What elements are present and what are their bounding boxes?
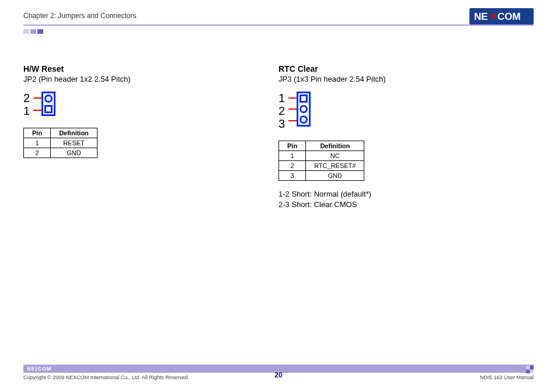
pin-label: 2 xyxy=(278,104,285,117)
pin-label: 2 xyxy=(23,92,30,104)
jp3-notes: 1-2 Short: Normal (default*) 2-3 Short: … xyxy=(278,189,534,210)
footer-decor xyxy=(526,366,534,373)
note-line: 2-3 Short: Clear CMOS xyxy=(278,200,534,210)
table-header: Pin xyxy=(279,141,306,151)
table-header: Definition xyxy=(306,141,364,151)
rtc-clear-title: RTC Clear xyxy=(278,64,534,74)
jp2-diagram: 2 1 xyxy=(23,92,278,117)
hw-reset-title: H/W Reset xyxy=(23,64,278,74)
table-row: 2 GND xyxy=(24,148,98,158)
svg-text:COM: COM xyxy=(497,11,521,22)
chapter-title: Chapter 2: Jumpers and Connectors xyxy=(23,12,534,20)
table-header: Pin xyxy=(24,128,51,138)
table-row: 3 GND xyxy=(279,171,364,181)
decorative-blocks xyxy=(23,29,43,34)
jp2-table: Pin Definition 1 RESET 2 GND xyxy=(23,128,98,158)
table-row: 1 RESET xyxy=(24,138,98,148)
jp3-diagram: 1 2 3 xyxy=(278,92,534,130)
pin-label: 1 xyxy=(278,92,285,104)
rtc-clear-sub: JP3 (1x3 Pin header 2.54 Pitch) xyxy=(278,75,534,83)
page-number: 20 xyxy=(274,371,282,379)
hw-reset-sub: JP2 (Pin header 1x2 2.54 Pitch) xyxy=(23,75,278,83)
manual-name: NDiS 163 User Manual xyxy=(480,374,534,380)
hw-reset-section: H/W Reset JP2 (Pin header 1x2 2.54 Pitch… xyxy=(23,64,278,210)
table-row: 2 RTC_RESET# xyxy=(279,161,364,171)
table-header: Definition xyxy=(51,128,98,138)
brand-logo: NE ✕ COM xyxy=(469,8,534,24)
note-line: 1-2 Short: Normal (default*) xyxy=(278,189,534,200)
pin-label: 3 xyxy=(278,117,285,130)
svg-text:✕: ✕ xyxy=(489,11,497,22)
jp3-table: Pin Definition 1 NC 2 RTC_RESET# 3 GND xyxy=(278,141,364,181)
header-divider xyxy=(23,24,534,26)
pin-label: 1 xyxy=(23,104,30,117)
svg-text:NE: NE xyxy=(474,11,488,22)
rtc-clear-section: RTC Clear JP3 (1x3 Pin header 2.54 Pitch… xyxy=(278,64,534,210)
table-row: 1 NC xyxy=(279,151,364,161)
copyright-text: Copyright © 2009 NEXCOM International Co… xyxy=(23,374,189,380)
page-footer: NE(COM Copyright © 2009 NEXCOM Internati… xyxy=(23,365,534,380)
footer-brand: NE(COM xyxy=(23,366,52,372)
